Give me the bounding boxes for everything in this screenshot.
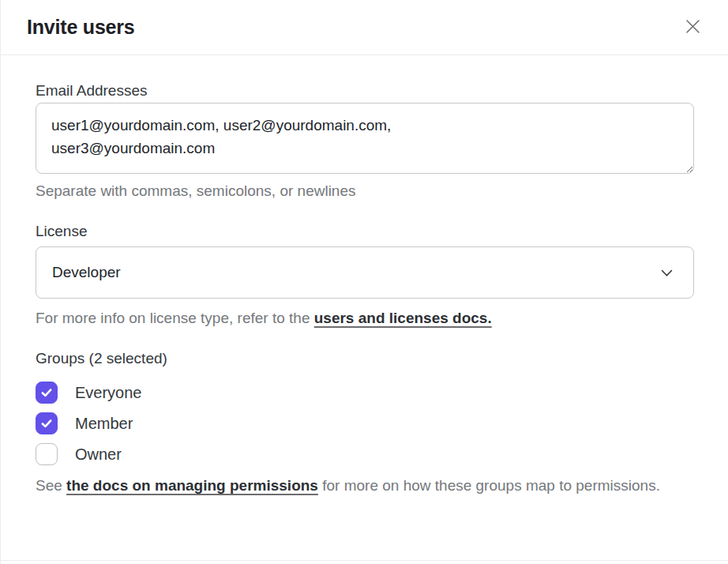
checkmark-icon <box>39 385 54 400</box>
email-helper-text: Separate with commas, semicolons, or new… <box>36 182 693 200</box>
managing-permissions-docs-link[interactable]: the docs on managing permissions <box>66 477 318 494</box>
owner-checkbox-label[interactable]: Owner <box>75 446 122 464</box>
group-row-owner[interactable]: Owner <box>36 443 693 465</box>
groups-label: Groups (2 selected) <box>36 349 693 368</box>
group-row-member[interactable]: Member <box>36 412 693 434</box>
invite-users-modal: Invite users Email Addresses user1@yourd… <box>0 0 728 564</box>
groups-checkbox-list: Everyone Member <box>36 382 693 465</box>
groups-helper-suffix: for more on how these groups map to perm… <box>318 477 660 494</box>
license-helper-prefix: For more info on license type, refer to … <box>36 310 314 326</box>
close-button[interactable] <box>680 15 705 40</box>
everyone-checkbox-label[interactable]: Everyone <box>75 384 142 402</box>
footer-spacer <box>1 528 728 560</box>
license-selected-value: Developer <box>52 264 121 281</box>
footer-divider <box>1 560 728 561</box>
everyone-checkbox[interactable] <box>36 382 58 404</box>
groups-helper-text: See the docs on managing permissions for… <box>36 474 693 497</box>
modal-body: Email Addresses user1@yourdomain.com, us… <box>1 55 728 528</box>
member-checkbox[interactable] <box>36 412 58 434</box>
email-addresses-label: Email Addresses <box>36 81 693 100</box>
group-row-everyone[interactable]: Everyone <box>36 382 693 404</box>
chevron-down-icon <box>661 268 673 277</box>
modal-header: Invite users <box>1 0 728 55</box>
license-label: License <box>36 222 693 241</box>
checkmark-icon <box>39 416 54 431</box>
email-addresses-input[interactable]: user1@yourdomain.com, user2@yourdomain.c… <box>36 103 694 174</box>
license-helper-text: For more info on license type, refer to … <box>36 310 693 327</box>
member-checkbox-label[interactable]: Member <box>75 415 133 433</box>
license-select[interactable]: Developer <box>36 246 694 299</box>
groups-helper-prefix: See <box>36 477 66 494</box>
close-icon <box>681 15 704 40</box>
checkmark-icon <box>39 447 54 461</box>
users-and-licenses-docs-link[interactable]: users and licenses docs. <box>314 310 492 326</box>
owner-checkbox[interactable] <box>36 443 58 465</box>
modal-title: Invite users <box>27 16 135 39</box>
